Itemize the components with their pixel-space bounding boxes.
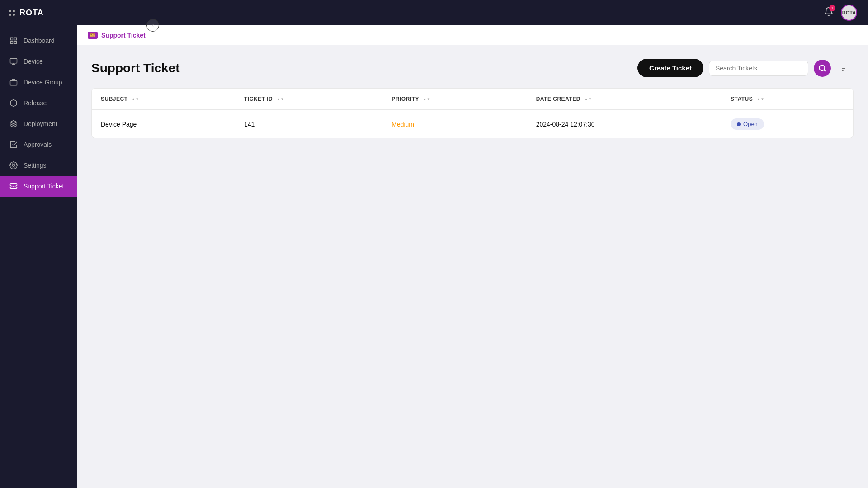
sidebar-item-support-ticket[interactable]: Support Ticket <box>0 176 77 197</box>
breadcrumb: 🎫 Support Ticket <box>77 25 868 45</box>
cell-ticket-id: 141 <box>235 110 382 138</box>
sort-subject-icon: ▲▼ <box>132 98 139 101</box>
page-header: Support Ticket Create Ticket <box>91 59 854 77</box>
cell-subject: Device Page <box>92 110 235 138</box>
svg-point-8 <box>13 164 15 167</box>
create-ticket-button[interactable]: Create Ticket <box>637 59 703 77</box>
dashboard-icon <box>9 36 18 45</box>
sidebar-item-label-deployment: Deployment <box>24 120 57 127</box>
notification-button[interactable]: 1 <box>824 7 834 19</box>
search-input[interactable] <box>716 65 797 72</box>
breadcrumb-icon: 🎫 <box>88 32 98 39</box>
sidebar-item-label-settings: Settings <box>24 162 47 169</box>
sidebar-item-label-device: Device <box>24 58 43 65</box>
release-icon <box>9 99 18 108</box>
search-wrapper <box>709 61 808 76</box>
sidebar: ROTA Dashboard Device Device Group Rele <box>0 0 77 488</box>
svg-rect-4 <box>10 58 17 63</box>
svg-line-11 <box>824 70 825 71</box>
brand-logo: ROTA <box>19 8 44 18</box>
sort-ticket-id-icon: ▲▼ <box>277 98 284 101</box>
header-actions: Create Ticket <box>637 59 854 77</box>
col-priority[interactable]: PRIORITY ▲▼ <box>382 89 527 110</box>
col-subject[interactable]: SUBJECT ▲▼ <box>92 89 235 110</box>
notification-badge: 1 <box>829 5 835 11</box>
status-dot <box>737 122 741 126</box>
device-icon <box>9 57 18 66</box>
svg-rect-0 <box>10 38 13 40</box>
sidebar-nav: Dashboard Device Device Group Release De <box>0 26 77 488</box>
sidebar-item-deployment[interactable]: Deployment <box>0 113 77 134</box>
col-date-created[interactable]: DATE CREATED ▲▼ <box>527 89 722 110</box>
breadcrumb-label: Support Ticket <box>101 32 146 39</box>
settings-icon <box>9 161 18 170</box>
content-area: Support Ticket Create Ticket <box>77 45 868 488</box>
apps-icon[interactable] <box>9 10 15 16</box>
sidebar-item-device-group[interactable]: Device Group <box>0 72 77 93</box>
avatar[interactable]: ROTA <box>841 5 857 21</box>
sidebar-item-settings[interactable]: Settings <box>0 155 77 176</box>
col-ticket-id[interactable]: TICKET ID ▲▼ <box>235 89 382 110</box>
sidebar-item-label-support-ticket: Support Ticket <box>24 183 64 190</box>
cell-date-created: 2024-08-24 12:07:30 <box>527 110 722 138</box>
deployment-icon <box>9 119 18 128</box>
tickets-table-container: SUBJECT ▲▼ TICKET ID ▲▼ PRIORITY ▲▼ DA <box>91 88 854 138</box>
main-area: 1 ROTA ‹ 🎫 Support Ticket Support Ticket… <box>77 0 868 488</box>
svg-point-10 <box>819 65 825 70</box>
sidebar-collapse-button[interactable]: ‹ <box>146 19 159 32</box>
cell-status: Open <box>722 110 853 138</box>
svg-rect-7 <box>10 80 17 85</box>
tickets-table: SUBJECT ▲▼ TICKET ID ▲▼ PRIORITY ▲▼ DA <box>92 89 853 138</box>
sidebar-header: ROTA <box>0 0 77 26</box>
table-row[interactable]: Device Page 141 Medium 2024-08-24 12:07:… <box>92 110 853 138</box>
svg-rect-1 <box>14 38 17 40</box>
approvals-icon <box>9 140 18 149</box>
filter-button[interactable] <box>836 60 854 77</box>
topbar: 1 ROTA <box>77 0 868 25</box>
topbar-right: 1 ROTA <box>824 5 857 21</box>
search-button[interactable] <box>814 60 831 77</box>
device-group-icon <box>9 78 18 87</box>
sidebar-item-device[interactable]: Device <box>0 51 77 72</box>
sidebar-item-label-dashboard: Dashboard <box>24 37 55 44</box>
svg-rect-2 <box>10 42 13 44</box>
sidebar-item-release[interactable]: Release <box>0 93 77 113</box>
svg-rect-3 <box>14 42 17 44</box>
sidebar-item-label-approvals: Approvals <box>24 141 52 148</box>
sidebar-item-label-device-group: Device Group <box>24 79 62 86</box>
sort-date-icon: ▲▼ <box>585 98 592 101</box>
page-title: Support Ticket <box>91 61 180 75</box>
status-label: Open <box>743 121 758 127</box>
cell-priority: Medium <box>382 110 527 138</box>
sort-status-icon: ▲▼ <box>757 98 764 101</box>
support-ticket-icon <box>9 182 18 191</box>
sidebar-item-dashboard[interactable]: Dashboard <box>0 30 77 51</box>
col-status[interactable]: STATUS ▲▼ <box>722 89 853 110</box>
sort-priority-icon: ▲▼ <box>423 98 431 101</box>
table-header-row: SUBJECT ▲▼ TICKET ID ▲▼ PRIORITY ▲▼ DA <box>92 89 853 110</box>
sidebar-item-label-release: Release <box>24 99 47 107</box>
sidebar-item-approvals[interactable]: Approvals <box>0 134 77 155</box>
